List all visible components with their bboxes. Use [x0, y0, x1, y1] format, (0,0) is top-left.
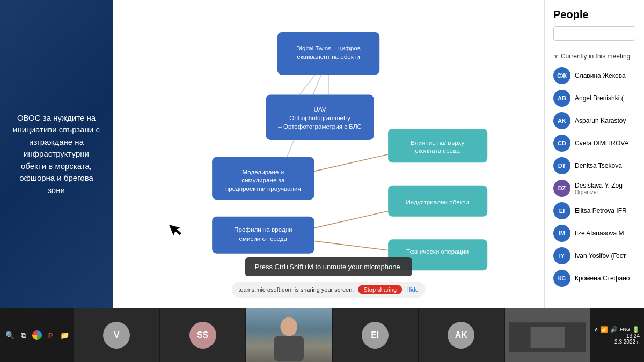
people-title: People — [553, 9, 635, 21]
participant-name: Ilze Atanasova M — [575, 230, 635, 237]
volume-icon: 🔊 — [610, 326, 618, 333]
presentation-area: ОВОС за нуждите на инициативи свързани с… — [0, 0, 544, 308]
powerpoint-icon[interactable]: P — [45, 330, 56, 341]
participant-item[interactable]: ABAngel Brenishki ( — [549, 87, 640, 109]
participant-info: Elitsa Petrova IFR — [575, 207, 635, 215]
svg-text:Digital Twins – цифров: Digital Twins – цифров — [296, 45, 361, 51]
sharing-bar: teams.microsoft.com is sharing your scre… — [232, 282, 425, 298]
svg-text:еквивалент на обекти: еквивалент на обекти — [297, 53, 360, 60]
people-search-box[interactable]: Share — [553, 26, 635, 41]
thumbnail-avatar: V — [103, 322, 130, 349]
participant-name: Elitsa Petrova IFR — [575, 207, 635, 215]
task-view-icon[interactable]: ⧉ — [18, 330, 29, 341]
participant-info: Кромена Стефано — [575, 275, 635, 282]
thumbnail-avatar: SS — [189, 322, 216, 349]
stop-sharing-button[interactable]: Stop sharing — [358, 285, 402, 294]
participant-thumbnail[interactable]: EI — [333, 308, 418, 362]
svg-point-32 — [280, 317, 297, 336]
participant-item[interactable]: СЖСлавина Жекова — [549, 64, 640, 87]
room-thumbnail[interactable] — [505, 308, 590, 362]
svg-text:симулиране за: симулиране за — [241, 176, 285, 183]
participant-list: СЖСлавина ЖековаABAngel Brenishki (AKAsp… — [545, 64, 644, 308]
participant-name: Славина Жекова — [575, 72, 635, 79]
participant-thumbnail[interactable]: AK — [419, 308, 504, 362]
participant-item[interactable]: AKAsparuh Karastoy — [549, 109, 640, 132]
participant-info: Asparuh Karastoy — [575, 117, 635, 124]
taskbar-system-icons: 🔍 ⧉ P 📁 — [0, 308, 74, 362]
participant-avatar: IY — [553, 247, 570, 264]
video-thumbnail[interactable] — [246, 308, 332, 362]
participant-name: Кромена Стефано — [575, 275, 635, 282]
participant-avatar: DZ — [553, 180, 570, 197]
participant-avatar: EI — [553, 202, 570, 219]
hide-button[interactable]: Hide — [406, 286, 419, 293]
participant-name: Ivan Yosifov (Гост — [575, 252, 635, 260]
date: 2.3.2022 г. — [614, 339, 640, 345]
taskbar: 🔍 ⧉ P 📁 VSS EIAK ∧ 📶 🔊 FNG 🔋 13:24 2.3.2… — [0, 308, 644, 362]
participant-avatar: CD — [553, 135, 570, 152]
participant-avatar: КС — [553, 270, 570, 287]
svg-text:околната среда: околната среда — [415, 147, 460, 154]
participant-avatar: DT — [553, 157, 570, 174]
svg-text:Orthophotogrammetry: Orthophotogrammetry — [289, 114, 350, 121]
participant-item[interactable]: DZDesislava Y. ZogOrganizer — [549, 177, 640, 200]
participant-item[interactable]: IYIvan Yosifov (Гост — [549, 245, 640, 267]
chevron-icon: ▼ — [553, 54, 559, 60]
participant-info: Славина Жекова — [575, 72, 635, 79]
svg-text:Влияние на/ върху: Влияние на/ върху — [411, 139, 464, 146]
slide-right-panel: Digital Twins – цифров еквивалент на обе… — [113, 0, 544, 308]
system-tray: ∧ 📶 🔊 FNG 🔋 13:24 2.3.2022 г. — [590, 308, 644, 362]
svg-rect-33 — [274, 336, 304, 362]
chrome-icon[interactable] — [32, 330, 42, 340]
participant-item[interactable]: DTDenitsa Tsekova — [549, 154, 640, 177]
participant-avatar: AK — [553, 112, 570, 129]
participant-info: Angel Brenishki ( — [575, 94, 635, 102]
clock: 13:24 — [614, 333, 640, 339]
search-icon[interactable]: 🔍 — [4, 330, 15, 341]
participant-info: Denitsa Tsekova — [575, 162, 635, 169]
svg-text:предпроектни проучвания: предпроектни проучвания — [225, 185, 301, 192]
tray-arrow-icon: ∧ — [594, 326, 598, 333]
network-icon: 📶 — [601, 326, 608, 333]
svg-text:Технически операции: Технически операции — [406, 248, 469, 255]
participant-info: Desislava Y. ZogOrganizer — [575, 182, 635, 195]
folder-icon[interactable]: 📁 — [59, 330, 70, 341]
participant-role: Organizer — [575, 189, 635, 195]
svg-text:UAV: UAV — [314, 106, 326, 113]
svg-text:Индустриални обекти: Индустриални обекти — [406, 198, 469, 205]
section-label-text: Currently in this meeting — [561, 53, 630, 60]
tray-icons: ∧ 📶 🔊 FNG 🔋 — [594, 326, 640, 333]
tray-time: 13:24 2.3.2022 г. — [614, 333, 640, 345]
svg-rect-17 — [388, 129, 487, 162]
slide-left-text: ОВОС за нуждите на инициативи свързани с… — [11, 112, 102, 197]
svg-text:емисии от среда: емисии от среда — [239, 235, 288, 242]
thumbnail-avatar: EI — [362, 322, 389, 349]
unmute-tooltip: Press Ctrl+Shift+M to unmute your microp… — [245, 257, 412, 276]
participant-thumbnail[interactable]: SS — [160, 308, 246, 362]
participant-name: Angel Brenishki ( — [575, 94, 635, 102]
participant-thumbnail[interactable]: V — [74, 308, 159, 362]
participant-name: Asparuh Karastoy — [575, 117, 635, 124]
participant-name: Desislava Y. Zog — [575, 182, 635, 189]
slide-left-panel: ОВОС за нуждите на инициативи свързани с… — [0, 0, 113, 308]
participant-avatar: IM — [553, 225, 570, 242]
section-label: ▼ Currently in this meeting — [545, 50, 644, 64]
language-icon: FNG — [620, 327, 630, 332]
participant-item[interactable]: IMIlze Atanasova M — [549, 222, 640, 245]
participant-info: Cveta DIMITROVA — [575, 139, 635, 147]
participant-item[interactable]: CDCveta DIMITROVA — [549, 132, 640, 154]
people-search-input[interactable] — [558, 29, 644, 38]
participant-avatar: AB — [553, 90, 570, 107]
sharing-text: teams.microsoft.com is sharing your scre… — [238, 286, 354, 293]
svg-text:– Ортофотограметрия с БЛС: – Ортофотограметрия с БЛС — [278, 123, 362, 130]
participant-item[interactable]: EIElitsa Petrova IFR — [549, 200, 640, 222]
participant-name: Denitsa Tsekova — [575, 162, 635, 169]
svg-text:Моделиране и: Моделиране и — [242, 168, 284, 175]
people-panel: People Share ▼ Currently in this meeting… — [544, 0, 644, 308]
participant-name: Cveta DIMITROVA — [575, 139, 635, 147]
participant-info: Ilze Atanasova M — [575, 230, 635, 237]
participant-info: Ivan Yosifov (Гост — [575, 252, 635, 260]
participant-item[interactable]: КСКромена Стефано — [549, 267, 640, 290]
svg-text:Профили на вредни: Профили на вредни — [234, 226, 292, 233]
thumbnail-avatar: AK — [448, 322, 474, 349]
